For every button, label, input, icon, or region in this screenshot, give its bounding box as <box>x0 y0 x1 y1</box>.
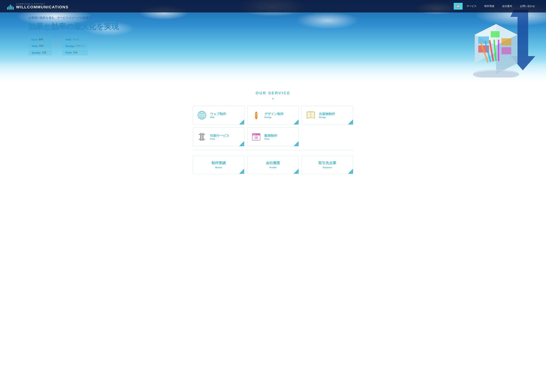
svg-rect-7 <box>501 38 511 45</box>
section-title: OUR SERVICE <box>4 91 542 95</box>
svg-marker-21 <box>255 111 258 114</box>
svg-marker-33 <box>256 137 258 139</box>
service-card-print[interactable]: 印刷サービス Print <box>193 127 244 146</box>
svg-rect-15 <box>498 40 499 61</box>
service-text-video: 動画制作 Print <box>264 133 277 140</box>
bottom-card-en-profile: Profile <box>269 166 277 169</box>
bottom-card-partners[interactable]: 取引先企業 Partners <box>302 155 353 174</box>
service-card-design[interactable]: デザイン制作 Design <box>247 106 299 125</box>
svg-point-20 <box>198 111 206 119</box>
badge-print: Print 印刷 <box>63 50 87 55</box>
bottom-card-jp-partners: 取引先企業 <box>318 161 336 165</box>
service-name-jp-video: 動画制作 <box>264 133 277 138</box>
badge-web: Web ウェブ <box>63 37 87 42</box>
nav-item-contact[interactable]: お問い合わせ <box>516 3 539 9</box>
bottom-card-jp-works: 制作実績 <box>212 161 226 165</box>
service-text-web: ウェブ制作 Web <box>210 112 226 119</box>
service-card-corner-design <box>294 120 299 124</box>
hero-3d-svg <box>461 6 535 77</box>
nav-home-button[interactable]: 🏠 <box>454 3 463 10</box>
service-name-en-book: Design <box>319 116 335 119</box>
badge-time: Time 時間 <box>28 44 52 49</box>
service-name-jp-web: ウェブ制作 <box>210 112 226 116</box>
hero-badge-row-1: Cost 費用 Time 時間 Quality 品質 × Web <box>28 37 119 55</box>
logo-title: WILLCOMMUNICATIONS <box>16 5 69 9</box>
bottom-card-en-partners: Partners <box>323 166 332 169</box>
service-grid-row1: ウェブ制作 Web デザイン制作 Design <box>193 106 353 125</box>
hero-subtitle: お客様の負担を省き、サービススピードの短縮で、 <box>28 16 119 20</box>
logo-text: ADVERTISING & STRATEGY WILLCOMMUNICATION… <box>16 3 69 9</box>
service-card-corner-web <box>239 120 244 124</box>
service-card-book[interactable]: 出版物制作 Design <box>302 106 353 125</box>
badges-right: Web ウェブ Design デザイン Print 印刷 <box>63 37 87 55</box>
svg-rect-6 <box>491 31 500 37</box>
svg-point-35 <box>255 134 255 135</box>
main-nav: 🏠 サービス 制作実績 会社案内 お問い合わせ <box>454 3 539 10</box>
service-text-design: デザイン制作 Design <box>264 112 284 119</box>
header: ADVERTISING & STRATEGY WILLCOMMUNICATION… <box>0 0 546 13</box>
service-card-corner-print <box>239 141 244 146</box>
service-name-jp-book: 出版物制作 <box>319 112 335 116</box>
service-name-en-design: Design <box>264 116 284 119</box>
hero-title: 効果と効率の最大化を実現 <box>28 22 119 32</box>
badges-left: Cost 費用 Time 時間 Quality 品質 <box>28 37 52 55</box>
hero-badges: Cost 費用 Time 時間 Quality 品質 × Web <box>28 37 119 55</box>
svg-rect-8 <box>501 47 511 54</box>
bottom-card-jp-profile: 会社概要 <box>266 161 280 165</box>
service-name-en-web: Web <box>210 116 226 119</box>
service-name-en-video: Print <box>264 138 277 140</box>
nav-item-company[interactable]: 会社案内 <box>498 3 516 9</box>
badge-cross: × <box>55 42 59 50</box>
design-icon <box>251 110 262 120</box>
video-icon <box>251 132 262 142</box>
logo-area: ADVERTISING & STRATEGY WILLCOMMUNICATION… <box>7 3 69 10</box>
nav-item-works[interactable]: 制作実績 <box>481 3 498 9</box>
service-card-video[interactable]: 動画制作 Print <box>247 127 299 146</box>
bottom-card-corner-profile <box>294 169 299 174</box>
badge-quality: Quality 品質 <box>28 50 52 55</box>
service-name-jp-print: 印刷サービス <box>210 133 229 138</box>
service-card-corner-video <box>294 141 299 146</box>
section-divider <box>4 97 542 100</box>
svg-point-34 <box>253 134 254 135</box>
logo-icon <box>7 3 14 10</box>
nav-item-service[interactable]: サービス <box>463 3 481 9</box>
svg-rect-24 <box>255 114 258 114</box>
bottom-grid: 制作実績 Works 会社概要 Profile 取引先企業 Partners <box>193 155 353 174</box>
service-card-web[interactable]: ウェブ制作 Web <box>193 106 244 125</box>
svg-rect-28 <box>199 139 205 140</box>
book-icon <box>306 110 316 120</box>
badge-cost: Cost 費用 <box>28 37 52 42</box>
service-section: OUR SERVICE ウェブ制作 Web <box>0 82 546 186</box>
service-text-print: 印刷サービス Print <box>210 133 229 140</box>
service-card-corner-book <box>348 120 353 124</box>
badge-design: Design デザイン <box>63 44 87 49</box>
service-name-jp-design: デザイン制作 <box>264 112 284 116</box>
service-name-en-print: Print <box>210 138 229 140</box>
logo-subtitle: ADVERTISING & STRATEGY <box>16 3 69 5</box>
bottom-card-corner-partners <box>348 169 353 174</box>
section-divider-hr <box>193 150 353 150</box>
service-text-book: 出版物制作 Design <box>319 112 335 119</box>
svg-marker-23 <box>255 118 258 120</box>
bottom-card-works[interactable]: 制作実績 Works <box>193 155 244 174</box>
svg-rect-4 <box>478 37 489 44</box>
hero-content: お客様の負担を省き、サービススピードの短縮で、 効果と効率の最大化を実現 Cos… <box>28 16 119 55</box>
hero-graphic <box>455 3 541 81</box>
bottom-card-en-works: Works <box>215 166 222 169</box>
globe-icon <box>196 110 207 120</box>
bottom-card-corner-works <box>239 169 244 174</box>
service-grid-row2: 印刷サービス Print 動画制作 P <box>193 127 353 146</box>
print-icon <box>196 132 207 142</box>
bottom-card-profile[interactable]: 会社概要 Profile <box>247 155 299 174</box>
svg-rect-27 <box>199 134 205 135</box>
